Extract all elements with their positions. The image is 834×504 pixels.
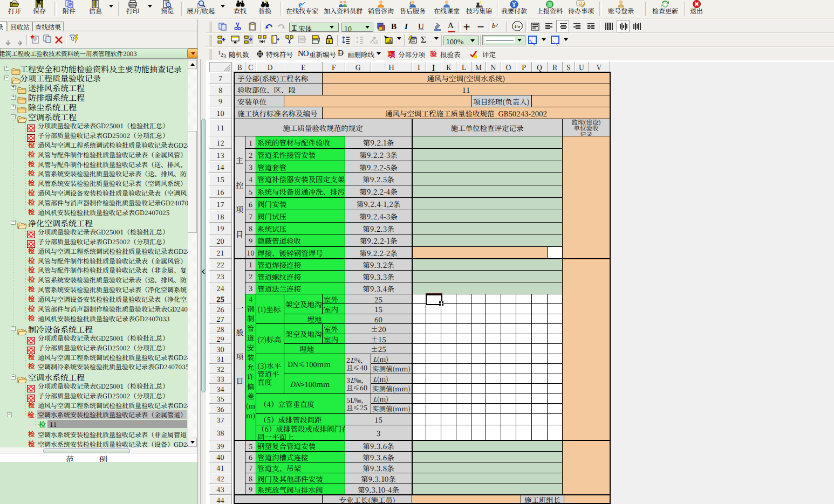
svg-text:ABC: ABC (372, 40, 378, 45)
svg-text:1/a: 1/a (514, 24, 520, 29)
